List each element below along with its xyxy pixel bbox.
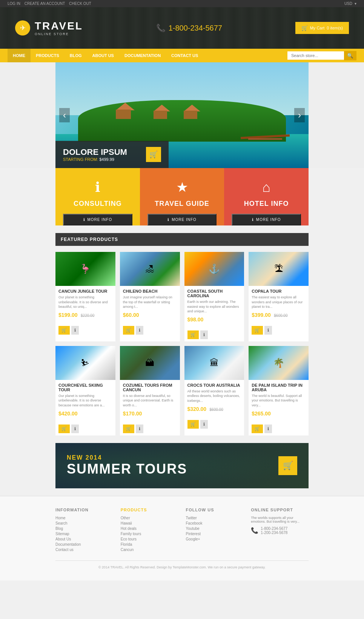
product-8-cart-button[interactable]: 🛒 xyxy=(252,425,263,433)
product-3: ⚓ COASTAL SOUTH CAROLINA Earth is worth … xyxy=(184,252,244,341)
product-2-cart-button[interactable]: 🛒 xyxy=(123,326,134,335)
product-2-pricing: $60.00 xyxy=(123,312,177,318)
hotel-more-button[interactable]: ℹ MORE INFO xyxy=(232,214,301,225)
footer-link-cancun[interactable]: Cancun xyxy=(121,548,178,552)
footer-link-contact[interactable]: Contact us xyxy=(55,548,113,552)
travel-more-button[interactable]: ℹ MORE INFO xyxy=(147,214,217,225)
product-3-name: COASTAL SOUTH CAROLINA xyxy=(187,289,241,298)
product-5-cart-button[interactable]: 🛒 xyxy=(58,425,70,433)
footer-link-sitemap[interactable]: Sitemap xyxy=(55,532,113,536)
product-5-image: ⛷ xyxy=(55,346,115,380)
product-1-cart-button[interactable]: 🛒 xyxy=(58,326,70,335)
product-3-info-button[interactable]: ℹ xyxy=(200,330,208,339)
footer-link-home[interactable]: Home xyxy=(55,516,113,520)
product-1-name: CANCUN JUNGLE TOUR xyxy=(58,289,112,293)
currency-dropdown-icon[interactable]: ▾ xyxy=(355,2,356,6)
service-hotel: ⌂ HOTEL INFO ℹ MORE INFO xyxy=(224,168,309,225)
search-form: 🔍 xyxy=(287,51,356,60)
footer-link-other[interactable]: Other xyxy=(121,516,178,520)
hero-hut3 xyxy=(184,105,200,119)
footer-link-googleplus[interactable]: Google+ xyxy=(186,537,244,541)
product-2-info-button[interactable]: ℹ xyxy=(136,326,143,335)
product-7-info-button[interactable]: ℹ xyxy=(200,420,208,429)
create-account-link[interactable]: CREATE AN ACCOUNT xyxy=(25,2,65,6)
footer-link-blog[interactable]: Blog xyxy=(55,526,113,531)
hero-cart-button[interactable]: 🛒 xyxy=(146,147,161,162)
product-2-name: CHILENO BEACH xyxy=(123,289,177,293)
consulting-icon: ℹ xyxy=(95,179,100,195)
footer-link-pinterest[interactable]: Pinterest xyxy=(186,532,244,536)
footer-copyright: © 2014 TRAVEL. All Rights Reserved. Desi… xyxy=(55,560,309,569)
product-8-info: DE PALM ISLAND TRIP IN ARUBA The world i… xyxy=(249,380,309,420)
product-5-desc: Our planet is something unbelievable. It… xyxy=(58,394,112,408)
product-7-image: 🏛 xyxy=(184,346,244,380)
hero-next-button[interactable]: › xyxy=(294,108,305,122)
product-6-cart-button[interactable]: 🛒 xyxy=(123,425,134,433)
footer-link-eco[interactable]: Eco tours xyxy=(121,537,178,541)
login-link[interactable]: LOG IN xyxy=(8,2,20,6)
footer-link-docs[interactable]: Documentation xyxy=(55,542,113,546)
product-8-actions: 🛒 ℹ xyxy=(249,422,309,435)
footer: INFORMATION Home Search Blog Sitemap Abo… xyxy=(0,496,364,580)
footer-link-family[interactable]: Family tours xyxy=(121,532,178,536)
footer-products-title: PRODUCTS xyxy=(121,508,178,512)
cart-button[interactable]: 🛒 My Cart 0 item(s) xyxy=(295,22,349,34)
footer-follow-title: FOLLOW US xyxy=(186,508,244,512)
footer-link-search[interactable]: Search xyxy=(55,521,113,525)
logo[interactable]: ✈ TRAVEL ONLINE STORE xyxy=(15,20,83,36)
product-2-actions: 🛒 ℹ xyxy=(120,324,180,337)
hero-prev-button[interactable]: ‹ xyxy=(59,108,70,122)
product-4-info-button[interactable]: ℹ xyxy=(264,326,272,335)
nav-documentation[interactable]: DOCUMENTATION xyxy=(119,49,166,62)
footer-link-youtube[interactable]: Youtube xyxy=(186,526,244,531)
product-4-actions: 🛒 ℹ xyxy=(249,324,309,337)
search-button[interactable]: 🔍 xyxy=(344,51,356,60)
product-6: 🏔 COZUMEL TOURS FROM CANCUN It is so div… xyxy=(120,346,180,435)
footer-link-hawaii[interactable]: Hawaii xyxy=(121,521,178,525)
nav-home[interactable]: HOME xyxy=(8,49,31,62)
service-travel: ★ TRAVEL GUIDE ℹ MORE INFO xyxy=(140,168,224,225)
footer-support-text: The worlds supports all your emotions. B… xyxy=(251,516,309,523)
product-8-info-button[interactable]: ℹ xyxy=(264,425,272,433)
product-7-cart-button[interactable]: 🛒 xyxy=(187,420,199,429)
product-6-actions: 🛒 ℹ xyxy=(120,422,180,435)
hero-wrapper: ‹ › DOLORE IPSUM STARTING FROM: $499.99 … xyxy=(0,62,364,168)
nav-links: HOME PRODUCTS BLOG ABOUT US DOCUMENTATIO… xyxy=(8,49,203,62)
product-1-actions: 🛒 ℹ xyxy=(55,324,115,337)
nav-products[interactable]: PRODUCTS xyxy=(31,49,65,62)
nav-contact[interactable]: CONTACT US xyxy=(166,49,203,62)
footer-link-hotdeals[interactable]: Hot deals xyxy=(121,526,178,531)
consulting-more-button[interactable]: ℹ MORE INFO xyxy=(63,214,132,225)
footer-link-about[interactable]: About Us xyxy=(55,537,113,541)
product-1-info-button[interactable]: ℹ xyxy=(71,326,79,335)
logo-title: TRAVEL xyxy=(35,20,83,32)
nav-about[interactable]: ABOUT US xyxy=(87,49,119,62)
nav-blog[interactable]: BLOG xyxy=(65,49,87,62)
product-7-info: CROCS TOUR AUSTRALIA All these world won… xyxy=(184,380,244,415)
product-5: ⛷ COURCHEVEL SKIING TOUR Our planet is s… xyxy=(55,346,115,435)
hero-dock2 xyxy=(248,138,282,140)
footer-info-col: INFORMATION Home Search Blog Sitemap Abo… xyxy=(55,508,113,553)
product-8-image: 🌴 xyxy=(249,346,309,380)
search-input[interactable] xyxy=(287,51,344,60)
product-5-info-button[interactable]: ℹ xyxy=(71,425,79,433)
footer-link-twitter[interactable]: Twitter xyxy=(186,516,244,520)
info-icon-sm3: ℹ xyxy=(252,218,254,222)
cart-icon: 🛒 xyxy=(301,25,308,31)
product-8-desc: The world is beautiful. Support all your… xyxy=(252,394,306,408)
product-8-price: $265.00 xyxy=(252,411,271,417)
banner-cart-button[interactable]: 🛒 xyxy=(278,456,297,475)
product-4-cart-button[interactable]: 🛒 xyxy=(252,326,263,335)
footer-link-florida[interactable]: Florida xyxy=(121,542,178,546)
checkout-link[interactable]: CHECK OUT xyxy=(69,2,91,6)
product-6-info: COZUMEL TOURS FROM CANCUN It is so diver… xyxy=(120,380,180,420)
product-3-cart-button[interactable]: 🛒 xyxy=(187,330,199,339)
products-grid: 🦩 CANCUN JUNGLE TOUR Our planet is somet… xyxy=(55,252,309,435)
footer-link-facebook[interactable]: Facebook xyxy=(186,521,244,525)
product-2-price: $60.00 xyxy=(123,312,139,318)
footer-phone-numbers: 1-800-234-5677 1-200-234-5678 xyxy=(261,526,287,535)
hero-caption: DOLORE IPSUM STARTING FROM: $499.99 🛒 xyxy=(55,141,169,168)
footer-info-title: INFORMATION xyxy=(55,508,113,512)
consulting-title: CONSULTING xyxy=(74,200,122,208)
product-6-info-button[interactable]: ℹ xyxy=(136,425,143,433)
